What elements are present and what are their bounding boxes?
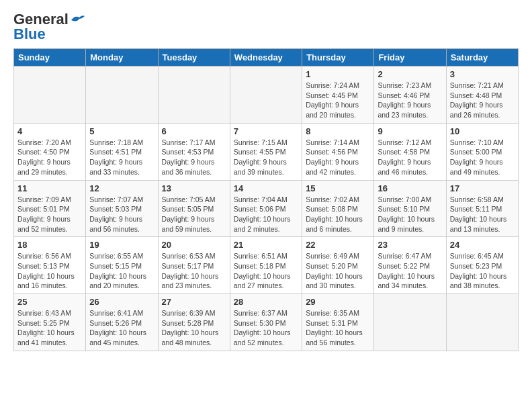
calendar-cell: 19Sunrise: 6:55 AMSunset: 5:15 PMDayligh… [86, 237, 158, 294]
day-number: 5 [89, 126, 154, 136]
calendar-week-2: 4Sunrise: 7:20 AMSunset: 4:50 PMDaylight… [14, 123, 519, 180]
day-header-friday: Friday [374, 49, 446, 66]
calendar-cell: 1Sunrise: 7:24 AMSunset: 4:45 PMDaylight… [302, 66, 374, 124]
calendar-cell: 23Sunrise: 6:47 AMSunset: 5:22 PMDayligh… [374, 237, 446, 294]
calendar-cell [446, 294, 518, 351]
calendar-cell: 7Sunrise: 7:15 AMSunset: 4:55 PMDaylight… [230, 123, 302, 180]
day-info: Sunrise: 7:05 AMSunset: 5:05 PMDaylight:… [162, 195, 226, 234]
day-number: 6 [162, 126, 226, 136]
calendar-cell: 26Sunrise: 6:41 AMSunset: 5:26 PMDayligh… [86, 294, 158, 351]
day-info: Sunrise: 7:12 AMSunset: 4:58 PMDaylight:… [378, 138, 442, 177]
day-info: Sunrise: 6:55 AMSunset: 5:15 PMDaylight:… [89, 251, 154, 291]
calendar-cell: 21Sunrise: 6:51 AMSunset: 5:18 PMDayligh… [230, 237, 302, 294]
day-info: Sunrise: 6:49 AMSunset: 5:20 PMDaylight:… [306, 251, 370, 291]
logo-bird-icon [70, 13, 85, 26]
day-number: 4 [17, 126, 82, 136]
day-number: 17 [450, 183, 515, 193]
day-number: 19 [89, 240, 154, 250]
day-number: 16 [378, 183, 442, 193]
calendar-cell: 24Sunrise: 6:45 AMSunset: 5:23 PMDayligh… [446, 237, 518, 294]
calendar-cell: 18Sunrise: 6:56 AMSunset: 5:13 PMDayligh… [14, 237, 86, 294]
calendar-cell: 10Sunrise: 7:10 AMSunset: 5:00 PMDayligh… [446, 123, 518, 180]
day-info: Sunrise: 6:51 AMSunset: 5:18 PMDaylight:… [234, 251, 298, 291]
day-number: 3 [450, 69, 515, 79]
day-number: 28 [234, 297, 298, 307]
calendar-week-1: 1Sunrise: 7:24 AMSunset: 4:45 PMDaylight… [14, 66, 519, 124]
day-info: Sunrise: 7:00 AMSunset: 5:10 PMDaylight:… [378, 195, 442, 234]
day-info: Sunrise: 7:15 AMSunset: 4:55 PMDaylight:… [234, 138, 298, 177]
day-info: Sunrise: 7:21 AMSunset: 4:48 PMDaylight:… [450, 81, 515, 120]
day-header-saturday: Saturday [446, 49, 518, 66]
day-info: Sunrise: 7:23 AMSunset: 4:46 PMDaylight:… [378, 81, 442, 120]
calendar-cell: 22Sunrise: 6:49 AMSunset: 5:20 PMDayligh… [302, 237, 374, 294]
calendar-cell [374, 294, 446, 351]
calendar-cell [158, 66, 230, 124]
calendar-cell [14, 66, 86, 124]
day-number: 2 [378, 69, 442, 79]
day-info: Sunrise: 7:07 AMSunset: 5:03 PMDaylight:… [89, 195, 154, 234]
day-info: Sunrise: 7:18 AMSunset: 4:51 PMDaylight:… [89, 138, 154, 177]
calendar-cell: 16Sunrise: 7:00 AMSunset: 5:10 PMDayligh… [374, 180, 446, 237]
day-info: Sunrise: 6:41 AMSunset: 5:26 PMDaylight:… [89, 308, 154, 348]
day-info: Sunrise: 7:02 AMSunset: 5:08 PMDaylight:… [306, 195, 370, 234]
day-info: Sunrise: 6:43 AMSunset: 5:25 PMDaylight:… [17, 308, 82, 348]
day-info: Sunrise: 7:17 AMSunset: 4:53 PMDaylight:… [162, 138, 226, 177]
calendar-cell: 9Sunrise: 7:12 AMSunset: 4:58 PMDaylight… [374, 123, 446, 180]
day-info: Sunrise: 6:37 AMSunset: 5:30 PMDaylight:… [234, 308, 298, 348]
day-number: 12 [89, 183, 154, 193]
calendar-cell: 25Sunrise: 6:43 AMSunset: 5:25 PMDayligh… [14, 294, 86, 351]
day-header-thursday: Thursday [302, 49, 374, 66]
day-info: Sunrise: 6:47 AMSunset: 5:22 PMDaylight:… [378, 251, 442, 291]
day-number: 18 [17, 240, 82, 250]
calendar-cell: 12Sunrise: 7:07 AMSunset: 5:03 PMDayligh… [86, 180, 158, 237]
calendar-cell: 6Sunrise: 7:17 AMSunset: 4:53 PMDaylight… [158, 123, 230, 180]
day-number: 7 [234, 126, 298, 136]
day-info: Sunrise: 6:58 AMSunset: 5:11 PMDaylight:… [450, 195, 515, 234]
day-number: 21 [234, 240, 298, 250]
day-number: 24 [450, 240, 515, 250]
day-number: 25 [17, 297, 82, 307]
day-info: Sunrise: 6:35 AMSunset: 5:31 PMDaylight:… [306, 308, 370, 348]
day-number: 23 [378, 240, 442, 250]
day-info: Sunrise: 7:20 AMSunset: 4:50 PMDaylight:… [17, 138, 82, 177]
calendar-cell: 15Sunrise: 7:02 AMSunset: 5:08 PMDayligh… [302, 180, 374, 237]
day-number: 8 [306, 126, 370, 136]
day-info: Sunrise: 6:56 AMSunset: 5:13 PMDaylight:… [17, 251, 82, 291]
calendar-cell [86, 66, 158, 124]
day-header-tuesday: Tuesday [158, 49, 230, 66]
day-number: 20 [162, 240, 226, 250]
day-number: 10 [450, 126, 515, 136]
calendar-cell: 13Sunrise: 7:05 AMSunset: 5:05 PMDayligh… [158, 180, 230, 237]
calendar-cell [230, 66, 302, 124]
calendar-cell: 11Sunrise: 7:09 AMSunset: 5:01 PMDayligh… [14, 180, 86, 237]
calendar-header-row: SundayMondayTuesdayWednesdayThursdayFrid… [14, 49, 519, 66]
day-info: Sunrise: 7:24 AMSunset: 4:45 PMDaylight:… [306, 81, 370, 120]
day-number: 1 [306, 69, 370, 79]
day-number: 29 [306, 297, 370, 307]
day-info: Sunrise: 7:14 AMSunset: 4:56 PMDaylight:… [306, 138, 370, 177]
day-number: 9 [378, 126, 442, 136]
day-number: 26 [89, 297, 154, 307]
calendar-cell: 5Sunrise: 7:18 AMSunset: 4:51 PMDaylight… [86, 123, 158, 180]
calendar-cell: 17Sunrise: 6:58 AMSunset: 5:11 PMDayligh… [446, 180, 518, 237]
day-number: 13 [162, 183, 226, 193]
day-number: 27 [162, 297, 226, 307]
day-info: Sunrise: 6:53 AMSunset: 5:17 PMDaylight:… [162, 251, 226, 291]
day-number: 22 [306, 240, 370, 250]
logo-blue-text: Blue [13, 26, 46, 43]
page-header: General Blue [13, 11, 519, 43]
calendar-week-5: 25Sunrise: 6:43 AMSunset: 5:25 PMDayligh… [14, 294, 519, 351]
calendar-cell: 14Sunrise: 7:04 AMSunset: 5:06 PMDayligh… [230, 180, 302, 237]
day-header-monday: Monday [86, 49, 158, 66]
day-header-sunday: Sunday [14, 49, 86, 66]
logo: General Blue [13, 11, 85, 43]
calendar-cell: 3Sunrise: 7:21 AMSunset: 4:48 PMDaylight… [446, 66, 518, 124]
day-info: Sunrise: 7:09 AMSunset: 5:01 PMDaylight:… [17, 195, 82, 234]
calendar-week-4: 18Sunrise: 6:56 AMSunset: 5:13 PMDayligh… [14, 237, 519, 294]
day-info: Sunrise: 7:10 AMSunset: 5:00 PMDaylight:… [450, 138, 515, 177]
calendar-table: SundayMondayTuesdayWednesdayThursdayFrid… [13, 48, 519, 351]
day-number: 14 [234, 183, 298, 193]
day-number: 15 [306, 183, 370, 193]
calendar-cell: 27Sunrise: 6:39 AMSunset: 5:28 PMDayligh… [158, 294, 230, 351]
calendar-cell: 29Sunrise: 6:35 AMSunset: 5:31 PMDayligh… [302, 294, 374, 351]
